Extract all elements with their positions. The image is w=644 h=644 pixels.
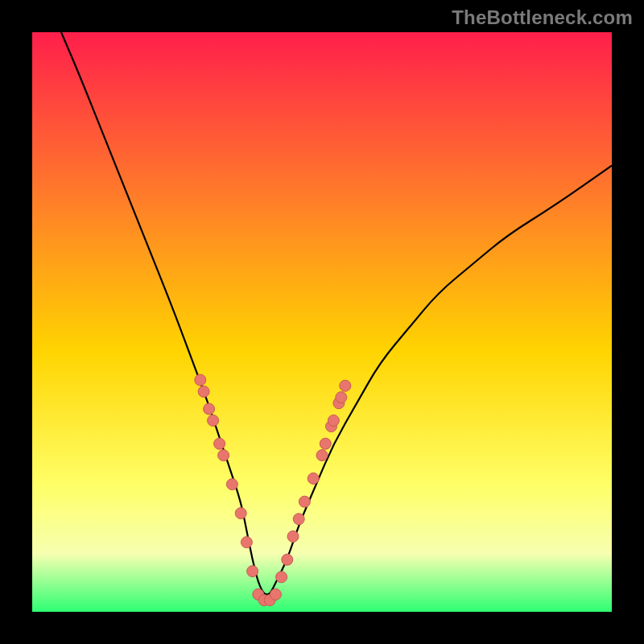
- gradient-bg: [32, 32, 612, 612]
- chart-svg: [32, 32, 612, 612]
- data-marker: [198, 386, 209, 397]
- data-marker: [336, 392, 347, 403]
- data-marker: [270, 588, 281, 600]
- data-marker: [316, 450, 328, 461]
- data-marker: [293, 514, 304, 525]
- data-marker: [226, 479, 237, 490]
- data-marker: [282, 554, 293, 565]
- data-marker: [320, 438, 331, 449]
- data-marker: [287, 530, 299, 542]
- data-marker: [276, 572, 287, 583]
- data-marker: [299, 496, 310, 507]
- plot-area: [32, 32, 612, 612]
- data-marker: [247, 566, 258, 577]
- data-marker: [195, 374, 206, 386]
- data-marker: [241, 537, 252, 548]
- data-marker: [204, 403, 215, 415]
- data-marker: [340, 380, 351, 391]
- data-marker: [218, 450, 229, 461]
- data-marker: [235, 508, 246, 519]
- chart-frame: TheBottleneck.com: [0, 0, 644, 644]
- data-marker: [308, 473, 319, 484]
- watermark-text: TheBottleneck.com: [452, 6, 633, 29]
- data-marker: [328, 415, 339, 426]
- data-marker: [214, 438, 225, 449]
- data-marker: [208, 415, 219, 426]
